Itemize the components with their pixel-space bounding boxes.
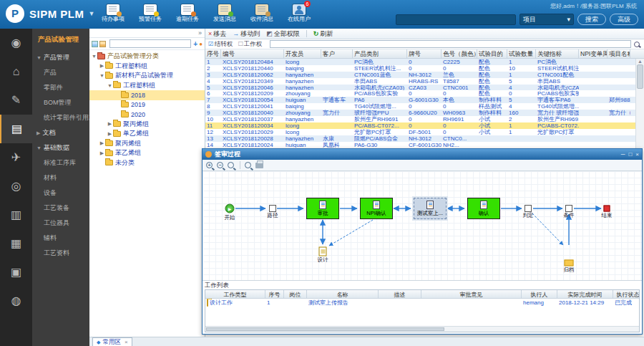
vertical-scrollbar[interactable]: ▲ xyxy=(635,59,644,148)
table-row[interactable]: 3XCLSY2018120062hanyazhenCTNC001蓝色NH-301… xyxy=(205,72,644,78)
menu-item[interactable]: 材料 xyxy=(32,170,89,186)
workflow-task-task-confirm[interactable]: 确认 xyxy=(467,198,500,219)
tree-settings-icon[interactable] xyxy=(99,41,106,47)
column-header[interactable]: 色号（颜色） xyxy=(441,49,477,58)
product-data-icon[interactable]: ▤ xyxy=(0,115,32,143)
search-category-select[interactable]: 项目 ▾ xyxy=(519,14,574,25)
zoom-reset-icon[interactable] xyxy=(228,162,234,168)
menu-item[interactable]: 统计零部件引用次数 xyxy=(32,110,89,125)
schedule-icon[interactable]: ▦ xyxy=(0,229,32,258)
table-row[interactable]: 6XCLSY2018120209zhouyangPC/ABS包胶实验00配色0P… xyxy=(205,90,644,97)
menu-item[interactable]: 辅料 xyxy=(32,231,89,246)
zoom-in-icon[interactable]: + xyxy=(206,162,213,168)
tree-filter-input[interactable] xyxy=(109,39,191,48)
tree-node[interactable]: 2020 xyxy=(89,110,205,120)
search-input[interactable] xyxy=(396,14,516,25)
tree-view-icon[interactable] xyxy=(92,41,98,47)
work-list-column-header[interactable]: 审批意见 xyxy=(421,290,522,298)
search-icon[interactable] xyxy=(634,42,640,47)
column-header[interactable]: 项目名称 xyxy=(608,49,630,58)
column-header[interactable]: 关键指标 xyxy=(536,49,579,58)
tree-arrow-icon[interactable]: ▼ xyxy=(91,54,97,59)
workflow-task-task-review[interactable]: 审批 xyxy=(306,198,339,219)
grid-toolbar-permissions-button[interactable]: ◩全部权限 xyxy=(266,29,300,39)
tree-arrow-icon[interactable]: ▶ xyxy=(107,131,113,137)
filter-checkbox[interactable]: ☑结转权 xyxy=(208,40,233,47)
workflow-gate-node[interactable]: 条件 xyxy=(565,205,572,212)
table-row[interactable]: 10XCLSY2018120037hanyazhen胶州生产RH96910RH9… xyxy=(205,116,644,122)
edit-icon[interactable]: ✎ xyxy=(0,86,32,115)
workflow-doc-archive-icon[interactable]: 归档 xyxy=(565,260,574,266)
table-row[interactable]: 7XCLSY2018120054huiguan宇通客车PA6G-6001G30本… xyxy=(205,97,644,103)
toolbar-item-inbox[interactable]: 收件消息 xyxy=(243,3,280,23)
tree-node[interactable]: ▶聚丙烯组 xyxy=(89,120,205,130)
toolbar-item-users[interactable]: 6在线用户 xyxy=(280,3,318,23)
tree-node[interactable]: ▼新材料产品试验管理 xyxy=(89,71,205,81)
tree-node[interactable]: ▶工程塑料组 xyxy=(89,62,205,72)
column-header[interactable]: 试验目的 xyxy=(477,49,507,58)
library-icon[interactable]: ▥ xyxy=(0,201,32,229)
menu-item[interactable]: BOM管理 xyxy=(32,95,89,110)
tree-add-icon[interactable]: + xyxy=(193,40,197,48)
work-list-column-header[interactable]: 名称 xyxy=(307,290,379,298)
tree-node[interactable]: 2018 xyxy=(89,90,205,100)
minimize-icon[interactable]: ─ xyxy=(621,151,625,158)
scrollbar-thumb[interactable] xyxy=(637,64,643,89)
workflow-gate-node[interactable]: 路径 xyxy=(269,205,276,212)
pan-icon[interactable] xyxy=(245,162,251,168)
tree-arrow-icon[interactable]: ▶ xyxy=(107,121,113,127)
table-row[interactable]: 11XCLSY2018120034lcongPC/ABS-CT072...00小… xyxy=(205,122,644,129)
tree-node[interactable]: 未分类 xyxy=(89,158,205,168)
table-row[interactable]: 5XCLSY2018120046hanyazhen水箱电机壳(CZA03)CZA… xyxy=(205,85,644,91)
help-icon[interactable]: ◍ xyxy=(0,287,32,315)
column-header[interactable]: 客户 xyxy=(321,49,353,58)
column-header[interactable]: 开发员 xyxy=(284,49,321,58)
tree-node[interactable]: ▶单乙烯组 xyxy=(89,129,205,139)
work-list-row[interactable]: 设计工作1测试室上传报告hemang2018-12-21 14:29已完成 xyxy=(205,299,639,307)
table-row[interactable]: 4XCLSY2018120349hanyazhen丰田ABSHRABS-RST8… xyxy=(205,78,644,85)
menu-item[interactable]: 设备 xyxy=(32,186,89,201)
media-icon[interactable]: ▣ xyxy=(0,258,32,287)
menu-item[interactable]: 工位器具 xyxy=(32,216,89,231)
table-row[interactable]: 1XCLSY2018120484lcongPC消色0C2225配色1PC消色 xyxy=(205,59,644,65)
filter-checkbox[interactable]: ☐工作权 xyxy=(238,40,262,47)
work-list-column-header[interactable]: 岗位 xyxy=(284,290,307,298)
work-list-column-header[interactable]: 描述 xyxy=(379,290,421,298)
table-row[interactable]: 14XCLSY2018120024huiguan凤凰科PA6-G30CF-600… xyxy=(205,142,644,148)
column-header[interactable]: 编号 xyxy=(221,49,284,58)
tree-node[interactable]: ▶聚丙烯组 xyxy=(89,139,205,149)
maximize-icon[interactable]: □ xyxy=(628,151,632,158)
grid-toolbar-move-button[interactable]: →移动到 xyxy=(233,29,260,39)
horizontal-scrollbar[interactable] xyxy=(205,326,639,332)
close-icon[interactable]: × xyxy=(635,151,639,158)
popup-title-bar[interactable]: 签审过程 ─ □ × xyxy=(203,149,642,160)
work-list-column-header[interactable]: 工作类型 xyxy=(205,290,265,298)
work-list-column-header[interactable]: 序号 xyxy=(265,290,284,298)
zoom-out-icon[interactable]: − xyxy=(217,162,223,168)
toolbar-item-sendmsg[interactable]: 发送消息 xyxy=(206,3,243,23)
work-list-column-header[interactable]: 执行状态 xyxy=(613,290,640,298)
toolbar-item-todo[interactable]: 待办事项 xyxy=(94,3,132,23)
tree-arrow-icon[interactable]: ▼ xyxy=(99,73,105,78)
app-logo[interactable]: P SIPM PLM ▼ xyxy=(6,4,94,23)
grid-quick-filter-input[interactable] xyxy=(270,40,631,48)
tree-node[interactable]: ▼工程塑料组 xyxy=(89,81,205,91)
grid-toolbar-refresh-button[interactable]: ↻刷新 xyxy=(313,29,333,39)
workflow-start-icon[interactable]: 开始 xyxy=(225,204,235,213)
send-icon[interactable]: ✈ xyxy=(0,143,32,172)
column-header[interactable]: NPI变单周期 xyxy=(579,49,608,58)
table-row[interactable]: 8XCLSY2018120041baiqingTG40试阻燃增...00样品测试… xyxy=(205,103,644,110)
workflow-task-task-upload[interactable]: 测试室上... xyxy=(414,198,447,219)
tree-node[interactable]: ▼产品试验管理分类 xyxy=(89,52,205,62)
table-row[interactable]: 12XCLSY2018120029lcong光扩散PC灯罩DF-50010小试1… xyxy=(205,129,644,135)
print-icon[interactable] xyxy=(255,163,263,168)
grid-toolbar-remove-button[interactable]: ×移去 xyxy=(208,29,226,39)
toolbar-item-alert[interactable]: 预警任务 xyxy=(132,3,169,23)
column-header[interactable]: 序号 xyxy=(205,49,221,58)
tab-common-area[interactable]: ◆ 常用区 × xyxy=(92,337,132,346)
work-list-column-header[interactable]: 实际完成时间 xyxy=(557,290,613,298)
close-icon[interactable]: × xyxy=(125,339,128,345)
workflow-doc-design-icon[interactable]: 设计 xyxy=(319,247,327,256)
column-header[interactable]: 试验数量 xyxy=(507,49,536,58)
menu-item[interactable]: 工艺资料 xyxy=(32,246,89,261)
